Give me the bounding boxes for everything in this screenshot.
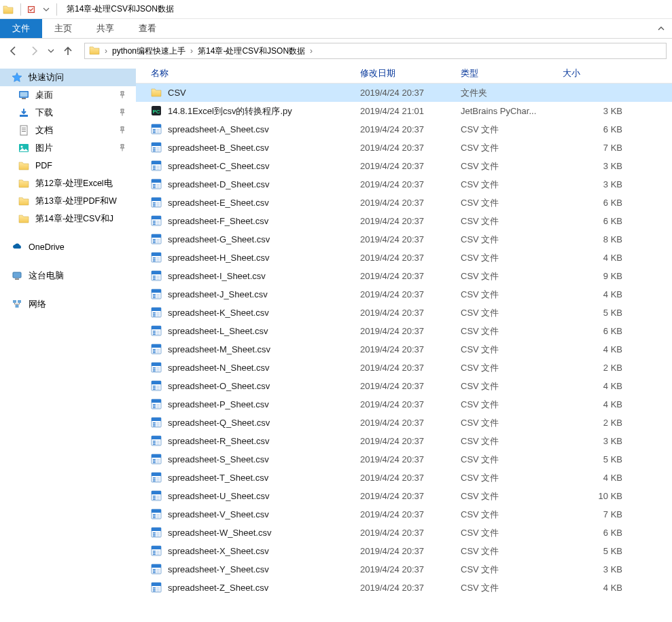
file-size: 6 KB — [563, 124, 631, 134]
file-date: 2019/4/24 20:37 — [360, 271, 461, 281]
nav-this-pc[interactable]: 这台电脑 — [0, 267, 136, 285]
file-date: 2019/4/24 20:37 — [360, 234, 461, 244]
file-row[interactable]: spreadsheet-Y_Sheet.csv2019/4/24 20:37CS… — [136, 560, 672, 579]
column-header-date[interactable]: 修改日期 — [360, 67, 461, 79]
csv-icon — [151, 564, 162, 575]
file-row[interactable]: 14.8.1Excel到csv的转换程序.py2019/4/24 21:01Je… — [136, 102, 672, 120]
nav-back-button[interactable] — [4, 41, 23, 60]
file-type: CSV 文件 — [461, 197, 563, 209]
csv-icon — [151, 124, 162, 135]
file-row[interactable]: spreadsheet-F_Sheet.csv2019/4/24 20:37CS… — [136, 212, 672, 230]
window-title: 第14章-处理CSV和JSON数据 — [67, 3, 174, 15]
file-row[interactable]: spreadsheet-K_Sheet.csv2019/4/24 20:37CS… — [136, 304, 672, 322]
file-list[interactable]: CSV2019/4/24 20:37文件夹14.8.1Excel到csv的转换程… — [136, 84, 672, 622]
csv-icon — [151, 197, 162, 208]
file-row[interactable]: spreadsheet-J_Sheet.csv2019/4/24 20:37CS… — [136, 285, 672, 304]
csv-icon — [151, 252, 162, 263]
file-name: spreadsheet-G_Sheet.csv — [168, 234, 270, 244]
file-size: 4 KB — [563, 473, 631, 483]
nav-quick-access[interactable]: 快速访问 — [0, 69, 136, 86]
file-date: 2019/4/24 20:37 — [360, 161, 461, 171]
file-date: 2019/4/24 20:37 — [360, 124, 461, 134]
file-row[interactable]: spreadsheet-M_Sheet.csv2019/4/24 20:37CS… — [136, 340, 672, 359]
folder-icon — [18, 177, 30, 189]
file-row[interactable]: spreadsheet-H_Sheet.csv2019/4/24 20:37CS… — [136, 249, 672, 267]
file-type: JetBrains PyChar... — [461, 106, 563, 116]
navigation-pane[interactable]: 快速访问 桌面下载文档图片 PDF第12章-处理Excel电第13章-处理PDF… — [0, 63, 136, 622]
nav-up-button[interactable] — [58, 41, 77, 60]
ribbon-expand-button[interactable] — [650, 19, 672, 38]
ribbon-tab[interactable]: 共享 — [84, 19, 126, 38]
file-row[interactable]: CSV2019/4/24 20:37文件夹 — [136, 84, 672, 102]
nav-history-button[interactable] — [45, 41, 57, 60]
ribbon-tab[interactable]: 主页 — [42, 19, 84, 38]
file-date: 2019/4/24 20:37 — [360, 473, 461, 483]
ribbon-tab-file[interactable]: 文件 — [0, 19, 42, 38]
file-date: 2019/4/24 20:37 — [360, 454, 461, 464]
file-row[interactable]: spreadsheet-D_Sheet.csv2019/4/24 20:37CS… — [136, 175, 672, 194]
file-name: spreadsheet-S_Sheet.csv — [168, 454, 269, 464]
file-row[interactable]: spreadsheet-R_Sheet.csv2019/4/24 20:37CS… — [136, 432, 672, 450]
file-row[interactable]: spreadsheet-Z_Sheet.csv2019/4/24 20:37CS… — [136, 579, 672, 597]
file-row[interactable]: spreadsheet-N_Sheet.csv2019/4/24 20:37CS… — [136, 359, 672, 377]
file-row[interactable]: spreadsheet-U_Sheet.csv2019/4/24 20:37CS… — [136, 487, 672, 505]
column-header-size[interactable]: 大小 — [563, 67, 631, 79]
file-row[interactable]: spreadsheet-V_Sheet.csv2019/4/24 20:37CS… — [136, 505, 672, 524]
csv-icon — [151, 215, 162, 227]
nav-pinned-item[interactable]: 图片 — [0, 139, 136, 157]
nav-pinned-item[interactable]: 文档 — [0, 122, 136, 139]
file-date: 2019/4/24 20:37 — [360, 179, 461, 189]
pin-icon — [118, 109, 126, 117]
file-row[interactable]: spreadsheet-S_Sheet.csv2019/4/24 20:37CS… — [136, 450, 672, 469]
ribbon-tab[interactable]: 查看 — [126, 19, 169, 38]
nav-recent-item[interactable]: PDF — [0, 157, 136, 175]
file-name: spreadsheet-V_Sheet.csv — [168, 509, 269, 519]
nav-forward-button[interactable] — [24, 41, 43, 60]
csv-icon — [151, 325, 162, 337]
file-row[interactable]: spreadsheet-P_Sheet.csv2019/4/24 20:37CS… — [136, 395, 672, 414]
file-size: 3 KB — [563, 436, 631, 446]
file-row[interactable]: spreadsheet-O_Sheet.csv2019/4/24 20:37CS… — [136, 377, 672, 395]
address-bar[interactable]: › python编程快速上手›第14章-处理CSV和JSON数据› — [84, 43, 667, 59]
file-type: CSV 文件 — [461, 362, 563, 374]
nav-network[interactable]: 网络 — [0, 295, 136, 313]
qat-properties-button[interactable] — [24, 2, 39, 17]
desktop-icon — [18, 89, 30, 101]
nav-pinned-item[interactable]: 下载 — [0, 104, 136, 122]
file-row[interactable]: spreadsheet-I_Sheet.csv2019/4/24 20:37CS… — [136, 267, 672, 285]
file-name: spreadsheet-U_Sheet.csv — [168, 491, 270, 501]
nav-onedrive[interactable]: OneDrive — [0, 238, 136, 256]
file-row[interactable]: spreadsheet-G_Sheet.csv2019/4/24 20:37CS… — [136, 230, 672, 249]
file-name: spreadsheet-W_Sheet.csv — [168, 528, 271, 538]
file-row[interactable]: spreadsheet-T_Sheet.csv2019/4/24 20:37CS… — [136, 469, 672, 487]
file-name: spreadsheet-K_Sheet.csv — [168, 308, 269, 318]
csv-icon — [151, 399, 162, 410]
file-row[interactable]: spreadsheet-C_Sheet.csv2019/4/24 20:37CS… — [136, 157, 672, 175]
csv-icon — [151, 179, 162, 190]
file-row[interactable]: spreadsheet-E_Sheet.csv2019/4/24 20:37CS… — [136, 194, 672, 212]
file-row[interactable]: spreadsheet-L_Sheet.csv2019/4/24 20:37CS… — [136, 322, 672, 340]
breadcrumb-item[interactable]: 第14章-处理CSV和JSON数据 — [194, 43, 309, 58]
file-row[interactable]: spreadsheet-X_Sheet.csv2019/4/24 20:37CS… — [136, 542, 672, 560]
file-name: spreadsheet-Z_Sheet.csv — [168, 583, 268, 593]
column-header-type[interactable]: 类型 — [461, 67, 563, 79]
file-type: CSV 文件 — [461, 490, 563, 502]
file-date: 2019/4/24 21:01 — [360, 106, 461, 116]
nav-recent-item[interactable]: 第14章-处理CSV和J — [0, 210, 136, 227]
file-row[interactable]: spreadsheet-W_Sheet.csv2019/4/24 20:37CS… — [136, 524, 672, 542]
breadcrumb-item[interactable]: python编程快速上手 — [108, 43, 190, 58]
file-row[interactable]: spreadsheet-A_Sheet.csv2019/4/24 20:37CS… — [136, 120, 672, 139]
file-row[interactable]: spreadsheet-Q_Sheet.csv2019/4/24 20:37CS… — [136, 414, 672, 432]
nav-recent-item[interactable]: 第12章-处理Excel电 — [0, 175, 136, 192]
file-size: 4 KB — [563, 399, 631, 409]
qat-dropdown-button[interactable] — [39, 2, 54, 17]
file-type: CSV 文件 — [461, 270, 563, 282]
nav-pinned-item[interactable]: 桌面 — [0, 86, 136, 104]
nav-recent-item[interactable]: 第13章-处理PDF和W — [0, 192, 136, 210]
folder-icon — [18, 213, 30, 225]
file-type: CSV 文件 — [461, 344, 563, 356]
file-row[interactable]: spreadsheet-B_Sheet.csv2019/4/24 20:37CS… — [136, 139, 672, 157]
column-header-name[interactable]: 名称 — [136, 67, 360, 79]
chevron-right-icon[interactable]: › — [309, 46, 313, 56]
file-type: CSV 文件 — [461, 509, 563, 521]
